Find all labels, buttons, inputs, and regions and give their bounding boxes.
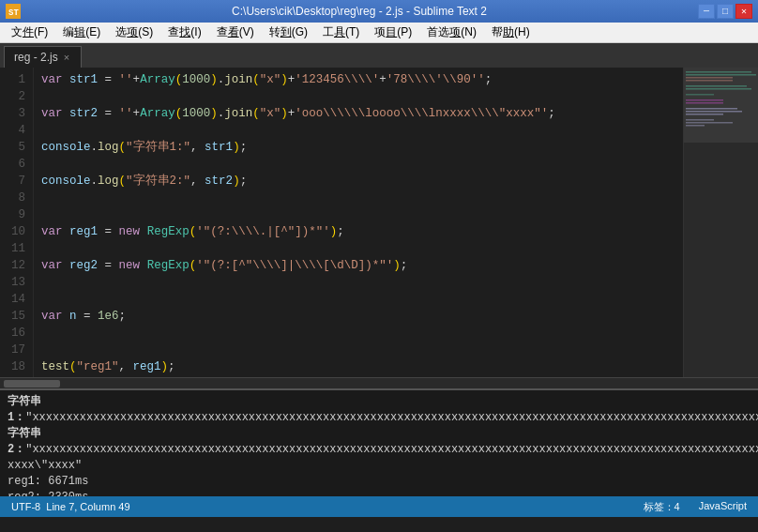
- menu-preferences[interactable]: 首选项(N): [419, 23, 484, 42]
- close-button[interactable]: ✕: [735, 4, 752, 19]
- console-line-1: 字符串1："xxxxxxxxxxxxxxxxxxxxxxxxxxxxxxxxxx…: [8, 394, 750, 426]
- status-position: Line 7, Column 49: [46, 501, 129, 512]
- menu-project[interactable]: 项目(P): [367, 23, 419, 42]
- maximize-button[interactable]: □: [717, 4, 734, 19]
- console-line-4: reg1: 6671ms: [8, 474, 750, 490]
- status-encoding: UTF-8: [11, 501, 46, 512]
- status-right: 标签：4 JavaScript: [644, 500, 747, 514]
- tab-close-button[interactable]: ×: [64, 52, 69, 63]
- console-output: 字符串1："xxxxxxxxxxxxxxxxxxxxxxxxxxxxxxxxxx…: [0, 388, 758, 496]
- status-syntax: JavaScript: [699, 500, 747, 514]
- console-line-2: 字符串2："xxxxxxxxxxxxxxxxxxxxxxxxxxxxxxxxxx…: [8, 426, 750, 458]
- menu-tools[interactable]: 工具(T): [315, 23, 367, 42]
- menu-help[interactable]: 帮助(H): [484, 23, 538, 42]
- window-controls: ─ □ ✕: [698, 4, 752, 19]
- tab-bar: reg - 2.js ×: [0, 43, 758, 68]
- status-bar: UTF-8 Line 7, Column 49 标签：4 JavaScript: [0, 496, 758, 517]
- line-numbers: 1 2 3 4 5 6 7 8 9 10 11 12 13 14 15 16 1…: [0, 68, 34, 377]
- app-icon: ST: [6, 4, 21, 19]
- menu-bar: 文件(F) 编辑(E) 选项(S) 查找(I) 查看(V) 转到(G) 工具(T…: [0, 23, 758, 43]
- tab-label: reg - 2.js: [14, 51, 58, 64]
- menu-options[interactable]: 选项(S): [108, 23, 160, 42]
- status-left: UTF-8 Line 7, Column 49: [11, 501, 130, 512]
- menu-edit[interactable]: 编辑(E): [55, 23, 108, 42]
- minimap[interactable]: [683, 68, 758, 377]
- minimize-button[interactable]: ─: [698, 4, 715, 19]
- console-line-5: reg2: 2330ms: [8, 490, 750, 496]
- window-title: C:\Users\cik\Desktop\reg\reg - 2.js - Su…: [21, 5, 698, 18]
- svg-text:ST: ST: [8, 8, 19, 18]
- tab-file[interactable]: reg - 2.js ×: [4, 46, 82, 68]
- menu-find[interactable]: 查找(I): [160, 23, 208, 42]
- title-bar: ST C:\Users\cik\Desktop\reg\reg - 2.js -…: [0, 0, 758, 23]
- menu-file[interactable]: 文件(F): [4, 23, 55, 42]
- status-tabs: 标签：4: [644, 500, 680, 514]
- minimap-thumb[interactable]: [684, 68, 758, 143]
- horizontal-scrollbar[interactable]: [0, 377, 758, 388]
- menu-goto[interactable]: 转到(G): [262, 23, 315, 42]
- editor: 1 2 3 4 5 6 7 8 9 10 11 12 13 14 15 16 1…: [0, 68, 758, 377]
- code-editor[interactable]: var str1 = ''+Array(1000).join("x")+'123…: [34, 68, 683, 377]
- h-scroll-thumb[interactable]: [4, 380, 60, 388]
- console-line-3: xxxx\"xxxx": [8, 458, 750, 474]
- menu-view[interactable]: 查看(V): [209, 23, 262, 42]
